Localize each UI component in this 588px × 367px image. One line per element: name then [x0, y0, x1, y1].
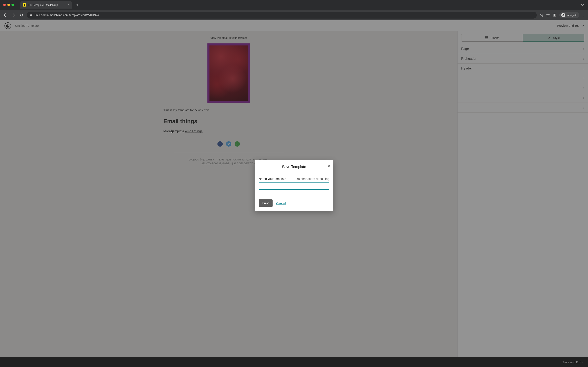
forward-button[interactable]	[11, 12, 16, 18]
eye-off-icon[interactable]	[539, 13, 543, 17]
url-text: us21.admin.mailchimp.com/templates/edit?…	[34, 13, 99, 17]
mailchimp-favicon-icon	[23, 3, 26, 7]
cancel-link[interactable]: Cancel	[276, 201, 286, 205]
reload-button[interactable]	[19, 12, 25, 18]
template-name-label: Name your template	[259, 177, 286, 180]
modal-title: Save Template	[282, 165, 306, 169]
tab-title: Edit Template | Mailchimp	[28, 3, 58, 7]
kebab-menu-icon[interactable]	[582, 13, 586, 17]
characters-remaining: 50 characters remaining	[296, 177, 329, 180]
incognito-badge[interactable]: Incognito	[559, 12, 579, 18]
svg-rect-3	[554, 14, 555, 16]
svg-rect-1	[30, 15, 32, 16]
window-minimize-button[interactable]	[7, 4, 10, 6]
svg-point-4	[584, 14, 584, 14]
tab-close-icon[interactable]: ×	[68, 3, 70, 7]
svg-point-0	[24, 4, 26, 6]
traffic-lights	[3, 4, 14, 6]
lock-icon	[30, 14, 32, 16]
incognito-label: Incognito	[567, 14, 577, 17]
save-button[interactable]: Save	[259, 200, 273, 207]
extensions-icon[interactable]	[553, 13, 556, 17]
incognito-icon	[561, 13, 565, 17]
new-tab-button[interactable]: +	[76, 3, 79, 7]
tabs-dropdown-icon[interactable]	[581, 3, 584, 6]
address-bar[interactable]: us21.admin.mailchimp.com/templates/edit?…	[27, 12, 537, 18]
back-button[interactable]	[2, 12, 8, 18]
svg-point-5	[584, 15, 584, 15]
save-template-modal: Save Template × Name your template 50 ch…	[255, 160, 333, 211]
svg-point-6	[584, 16, 584, 16]
window-close-button[interactable]	[3, 4, 6, 6]
browser-toolbar: us21.admin.mailchimp.com/templates/edit?…	[0, 10, 588, 20]
bookmark-star-icon[interactable]	[546, 13, 550, 17]
window-maximize-button[interactable]	[11, 4, 14, 6]
browser-tab[interactable]: Edit Template | Mailchimp ×	[20, 1, 72, 8]
modal-close-icon[interactable]: ×	[328, 164, 330, 168]
window-titlebar: Edit Template | Mailchimp × +	[0, 0, 588, 10]
template-name-input[interactable]	[259, 183, 329, 190]
